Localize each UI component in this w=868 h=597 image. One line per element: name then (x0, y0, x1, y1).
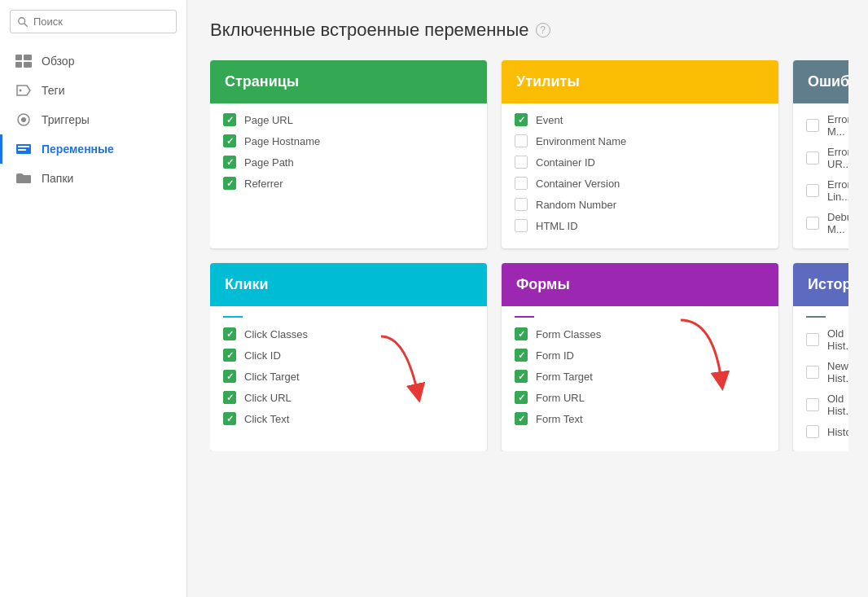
item-label-form-url: Form URL (536, 392, 585, 404)
item-label-form-id: Form ID (536, 349, 574, 362)
card-forms: Формы Form Classes Form ID Form Target (502, 263, 778, 451)
card-errors-header: Ошибк... (793, 60, 848, 103)
checkbox-form-url[interactable] (515, 391, 528, 404)
item-label-page-hostname: Page Hostname (244, 135, 320, 147)
list-item[interactable]: Form Classes (515, 327, 765, 340)
list-item[interactable]: Old Hist... (806, 327, 848, 352)
card-clicks-header: Клики (210, 263, 487, 306)
svg-marker-6 (17, 86, 30, 95)
list-item[interactable]: Event (515, 113, 765, 126)
sidebar-item-triggers[interactable]: Триггеры (0, 105, 186, 134)
svg-rect-12 (18, 149, 26, 151)
card-utils: Утилиты Event Environment Name Container… (502, 60, 778, 248)
list-item[interactable]: Click Classes (223, 327, 474, 340)
checkbox-new-hist[interactable] (806, 366, 819, 379)
checkbox-error-ur[interactable] (806, 151, 819, 165)
item-label-click-classes: Click Classes (244, 328, 308, 340)
svg-rect-11 (18, 146, 29, 147)
list-item[interactable]: Click ID (223, 349, 474, 362)
list-item[interactable]: Click Text (223, 412, 474, 425)
checkbox-old-hist-1[interactable] (806, 333, 819, 346)
search-icon (17, 16, 28, 28)
list-item[interactable]: History (806, 425, 848, 438)
checkbox-page-hostname[interactable] (223, 134, 236, 147)
sidebar-item-label-triggers: Триггеры (42, 113, 90, 126)
card-errors: Ошибк... Error M... Error UR... Error Li… (793, 60, 848, 248)
search-box[interactable] (10, 10, 177, 33)
checkbox-error-lin[interactable] (806, 184, 819, 197)
checkbox-referrer[interactable] (223, 177, 236, 190)
checkbox-click-url[interactable] (223, 391, 236, 404)
item-label-random-number: Random Number (536, 199, 616, 211)
checkbox-click-id[interactable] (223, 349, 236, 362)
item-label-page-path: Page Path (244, 156, 294, 169)
checkbox-debug-m[interactable] (806, 217, 819, 230)
list-item[interactable]: Random Number (515, 198, 765, 211)
sidebar-item-label-tags: Теги (42, 84, 64, 97)
checkbox-form-id[interactable] (515, 349, 528, 362)
search-input[interactable] (33, 15, 169, 28)
checkbox-form-text[interactable] (515, 412, 528, 425)
sidebar-item-variables[interactable]: Переменные (0, 134, 186, 164)
checkbox-history[interactable] (806, 425, 819, 438)
svg-line-1 (24, 23, 28, 26)
list-item[interactable]: Form Text (515, 412, 765, 425)
checkbox-click-target[interactable] (223, 370, 236, 383)
checkbox-random-number[interactable] (515, 198, 528, 211)
list-item[interactable]: Container ID (515, 156, 765, 169)
sidebar-item-folders[interactable]: Папки (0, 164, 186, 193)
list-item[interactable]: Old Hist... (806, 393, 848, 417)
checkbox-form-classes[interactable] (515, 327, 528, 340)
svg-point-9 (21, 117, 26, 122)
item-label-container-version: Container Version (536, 178, 620, 190)
item-label-click-url: Click URL (244, 392, 292, 404)
sidebar-item-overview[interactable]: Обзор (0, 46, 186, 76)
list-item[interactable]: Page Hostname (223, 134, 474, 147)
sidebar-item-label-folders: Папки (42, 172, 73, 185)
overview-icon (15, 55, 32, 68)
checkbox-click-text[interactable] (223, 412, 236, 425)
item-label-new-hist: New Hist... (827, 360, 848, 384)
card-clicks-body: Click Classes Click ID Click Target Clic… (210, 324, 487, 438)
list-item[interactable]: Page Path (223, 156, 474, 169)
list-item[interactable]: HTML ID (515, 219, 765, 232)
list-item[interactable]: Error Lin... (806, 178, 848, 203)
list-item[interactable]: Form ID (515, 349, 765, 362)
cards-grid: Страницы Page URL Page Hostname Page Pat… (210, 60, 848, 451)
list-item[interactable]: Click Target (223, 370, 474, 383)
checkbox-env-name[interactable] (515, 134, 528, 147)
checkbox-page-url[interactable] (223, 113, 236, 126)
checkbox-event[interactable] (515, 113, 528, 126)
checkbox-form-target[interactable] (515, 370, 528, 383)
list-item[interactable]: Error M... (806, 113, 848, 138)
checkbox-container-id[interactable] (515, 156, 528, 169)
card-history: Истор... Old Hist... New Hist... Old His… (793, 263, 848, 451)
item-label-env-name: Environment Name (536, 135, 626, 147)
item-label-form-text: Form Text (536, 413, 583, 425)
list-item[interactable]: Page URL (223, 113, 474, 126)
checkbox-container-version[interactable] (515, 177, 528, 190)
checkbox-click-classes[interactable] (223, 327, 236, 340)
sidebar-item-tags[interactable]: Теги (0, 76, 186, 105)
list-item[interactable]: Form Target (515, 370, 765, 383)
list-item[interactable]: Error UR... (806, 146, 848, 170)
list-item[interactable]: Click URL (223, 391, 474, 404)
svg-rect-2 (15, 55, 22, 60)
list-item[interactable]: Container Version (515, 177, 765, 190)
list-item[interactable]: New Hist... (806, 360, 848, 384)
list-item[interactable]: Referrer (223, 177, 474, 190)
list-item[interactable]: Environment Name (515, 134, 765, 147)
card-forms-header: Формы (502, 263, 778, 306)
checkbox-page-path[interactable] (223, 156, 236, 169)
svg-rect-4 (15, 62, 22, 68)
item-label-form-classes: Form Classes (536, 328, 601, 340)
checkbox-html-id[interactable] (515, 219, 528, 232)
list-item[interactable]: Debug M... (806, 211, 848, 235)
tags-icon (15, 84, 32, 97)
clicks-divider (223, 316, 243, 318)
list-item[interactable]: Form URL (515, 391, 765, 404)
checkbox-error-m[interactable] (806, 119, 819, 132)
triggers-icon (15, 113, 32, 126)
checkbox-old-hist-2[interactable] (806, 398, 819, 411)
help-icon[interactable]: ? (536, 23, 550, 37)
